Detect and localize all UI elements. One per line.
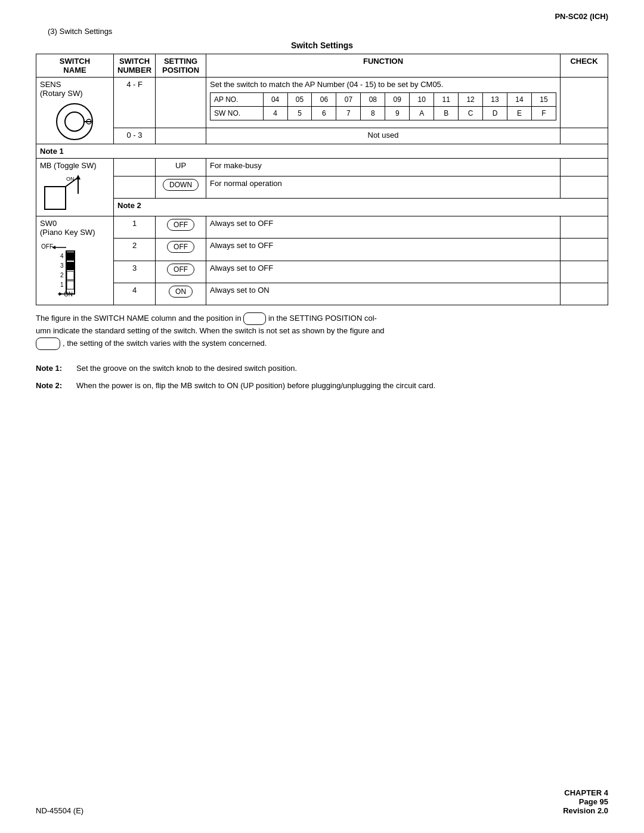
sens-check xyxy=(561,78,608,128)
piano-sw-icon: OFF 4 xyxy=(41,241,95,301)
note2-label: Note 2: xyxy=(36,380,72,392)
footer-right: CHAPTER 4 Page 95 Revision 2.0 xyxy=(563,788,608,815)
header-title: PN-SC02 (ICH) xyxy=(555,12,608,21)
sw0-3-pill: OFF xyxy=(167,264,194,275)
table-row-mb-down: DOWN For normal operation xyxy=(36,176,608,199)
note2-label-cell: Note 2 xyxy=(114,198,608,216)
mb-switch-name: MB (Toggle SW) ON xyxy=(36,159,114,216)
table-row-sens: SENS(Rotary SW) 4 - F Set xyxy=(36,78,608,128)
sw0-2-pill: OFF xyxy=(167,241,194,253)
svg-text:3: 3 xyxy=(60,262,64,269)
sens-setting-position xyxy=(156,78,206,128)
svg-marker-7 xyxy=(76,175,80,179)
mb-down-function: For normal operation xyxy=(206,176,561,199)
sw0-2-function: Always set to OFF xyxy=(206,239,561,261)
footer-left: ND-45504 (E) xyxy=(36,806,83,815)
note1-setting-position xyxy=(156,128,206,144)
svg-text:ON: ON xyxy=(64,291,73,298)
sw0-1-pill: OFF xyxy=(167,219,194,231)
svg-marker-22 xyxy=(59,292,63,296)
svg-point-1 xyxy=(65,112,84,131)
footnote-intro: The figure in the SWITCH NAME column and… xyxy=(36,312,608,350)
sens-switch-number: 4 - F xyxy=(114,78,156,128)
rotary-sw-icon xyxy=(55,103,94,141)
switch-settings-table: SWITCHNAME SWITCHNUMBER SETTINGPOSITION … xyxy=(36,54,608,305)
sw0-4-number: 4 xyxy=(114,283,156,305)
table-row-sw0: SW0(Piano Key SW) OFF xyxy=(36,216,608,239)
mb-up-position: UP xyxy=(156,159,206,176)
sw-row2-label: SW NO. xyxy=(210,107,264,120)
section-heading: (3) Switch Settings xyxy=(48,27,608,36)
page-footer: ND-45504 (E) CHAPTER 4 Page 95 Revision … xyxy=(36,788,608,815)
sw0-4-position: ON xyxy=(156,283,206,305)
page-header: PN-SC02 (ICH) xyxy=(36,12,608,21)
mb-down-position: DOWN xyxy=(156,176,206,199)
sens-function: Set the switch to match the AP Number (0… xyxy=(206,78,561,128)
note1-text: Set the groove on the switch knob to the… xyxy=(76,363,297,375)
sw0-2-number: 2 xyxy=(114,239,156,261)
note2-line: Note 2: When the power is on, flip the M… xyxy=(36,380,608,392)
mb-up-check xyxy=(561,159,608,176)
inline-pill-2 xyxy=(36,337,60,350)
note1-label-cell: Note 1 xyxy=(36,144,608,159)
svg-text:1: 1 xyxy=(60,281,64,288)
svg-rect-13 xyxy=(67,252,74,261)
footnote-area: The figure in the SWITCH NAME column and… xyxy=(36,312,608,392)
sw0-3-position: OFF xyxy=(156,261,206,283)
svg-text:4: 4 xyxy=(60,253,64,259)
sw0-1-function: Always set to OFF xyxy=(206,216,561,239)
svg-text:OFF: OFF xyxy=(41,243,53,250)
note1-function: Not used xyxy=(206,128,561,144)
svg-rect-15 xyxy=(67,271,74,280)
col-header-switch-number: SWITCHNUMBER xyxy=(114,54,156,78)
note1-check xyxy=(561,128,608,144)
table-row-note2: Note 2 xyxy=(36,198,608,216)
note2-text: When the power is on, flip the MB switch… xyxy=(76,380,435,392)
sens-switch-name: SENS(Rotary SW) xyxy=(36,78,114,144)
down-pill: DOWN xyxy=(163,179,199,191)
table-title: Switch Settings xyxy=(36,41,608,50)
sw0-3-number: 3 xyxy=(114,261,156,283)
col-header-function: FUNCTION xyxy=(206,54,561,78)
sw0-1-number: 1 xyxy=(114,216,156,239)
sw0-1-position: OFF xyxy=(156,216,206,239)
note1-line: Note 1: Set the groove on the switch kno… xyxy=(36,363,608,375)
mb-down-check xyxy=(561,176,608,199)
sw0-4-function: Always set to ON xyxy=(206,283,561,305)
table-row-note1-label: Note 1 xyxy=(36,144,608,159)
sw0-switch-name: SW0(Piano Key SW) OFF xyxy=(36,216,114,305)
mb-up-function: For make-busy xyxy=(206,159,561,176)
sw0-2-position: OFF xyxy=(156,239,206,261)
table-row-sw0-2: 2 OFF Always set to OFF xyxy=(36,239,608,261)
toggle-sw-icon: ON xyxy=(42,175,87,213)
table-row-sw0-4: 4 ON Always set to ON xyxy=(36,283,608,305)
ap-row1-label: AP NO. xyxy=(210,93,264,107)
note1-label: Note 1: xyxy=(36,363,72,375)
col-header-check: CHECK xyxy=(561,54,608,78)
sw0-4-check xyxy=(561,283,608,305)
sw0-4-pill: ON xyxy=(169,286,193,298)
sw0-2-check xyxy=(561,239,608,261)
svg-text:ON: ON xyxy=(66,176,75,182)
svg-rect-4 xyxy=(45,187,66,209)
ap-table: AP NO. 04 05 06 07 08 09 10 11 12 13 14 … xyxy=(210,92,556,120)
rotary-sw-diagram xyxy=(40,103,110,141)
sw0-3-check xyxy=(561,261,608,283)
table-row-note1: 0 - 3 Not used xyxy=(36,128,608,144)
svg-rect-14 xyxy=(67,262,74,270)
footer-page: Page 95 xyxy=(563,797,608,806)
table-row-mb-up: MB (Toggle SW) ON xyxy=(36,159,608,176)
piano-sw-diagram: OFF 4 xyxy=(40,241,110,302)
mb-up-number xyxy=(114,159,156,176)
sw0-1-check xyxy=(561,216,608,239)
footer-revision: Revision 2.0 xyxy=(563,806,608,815)
note1-switch-number: 0 - 3 xyxy=(114,128,156,144)
sw0-3-function: Always set to OFF xyxy=(206,261,561,283)
footer-chapter: CHAPTER 4 xyxy=(563,788,608,797)
toggle-sw-diagram: ON xyxy=(40,175,110,213)
col-header-setting-position: SETTINGPOSITION xyxy=(156,54,206,78)
svg-text:2: 2 xyxy=(60,272,64,278)
svg-rect-16 xyxy=(67,281,74,289)
inline-pill-1 xyxy=(243,312,266,325)
col-header-switch-name: SWITCHNAME xyxy=(36,54,114,78)
